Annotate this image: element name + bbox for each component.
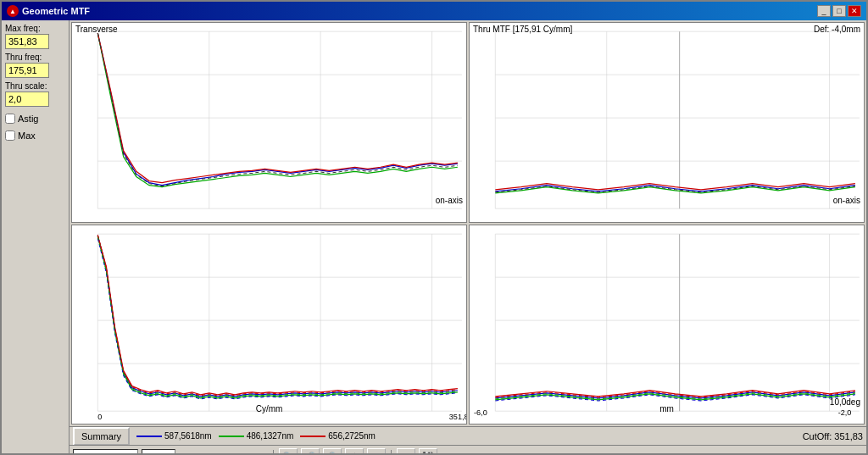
max-label: Max: [18, 130, 36, 141]
thru-freq-input[interactable]: [5, 63, 49, 78]
on-axis-label-right: on-axis: [833, 196, 860, 205]
print-button[interactable]: 🖨: [397, 448, 415, 454]
cutoff-label: CutOff: 351,83: [803, 431, 863, 441]
mm-label: mm: [659, 404, 674, 413]
select-button[interactable]: ↖: [367, 448, 386, 454]
transverse-label: Transverse: [75, 25, 118, 34]
window-title: Geometric MTF: [22, 6, 90, 16]
svg-text:-6,0: -6,0: [474, 408, 487, 417]
legend-item-3: 656,2725nm: [300, 431, 376, 441]
svg-text:351,83: 351,83: [449, 413, 466, 421]
chart-svg-bottom-left: 0 351,83: [72, 225, 466, 424]
chart-bottom-right: -6,0 -2,0 10,0deg mm: [469, 225, 865, 425]
legend-item-2: 486,1327nm: [219, 431, 294, 441]
chart-top-right: Thru MTF [175,91 Cy/mm] Def: -4,0mm: [469, 22, 865, 223]
export-button[interactable]: 💾: [419, 448, 437, 454]
chart-bottom-left: 0 351,83 Cy/mm: [71, 225, 467, 425]
title-bar: ▲ Geometric MTF _ □ ✕: [2, 2, 866, 20]
window-controls: _ □ ✕: [817, 5, 861, 17]
thru-mtf-label: Thru MTF [175,91 Cy/mm]: [473, 25, 572, 34]
chart-svg-bottom-right: -6,0 -2,0: [470, 225, 864, 424]
astig-label: Astig: [18, 114, 38, 124]
chart-top-left: Transverse: [71, 22, 467, 223]
charts-area: Transverse: [70, 20, 866, 426]
title-bar-left: ▲ Geometric MTF: [7, 5, 90, 17]
toolbar-sep-2: [391, 450, 392, 454]
chart-svg-top-right: [470, 23, 864, 222]
thru-scale-input[interactable]: [5, 92, 49, 107]
main-area: Transverse: [70, 20, 866, 453]
zoom-fit-button[interactable]: 🔍: [279, 448, 298, 454]
field-select[interactable]: 20: [142, 449, 175, 454]
pan-button[interactable]: ✥: [345, 448, 364, 454]
zoom-in-button[interactable]: +🔍: [301, 448, 320, 454]
astig-checkbox-row: Astig: [5, 114, 65, 124]
max-checkbox[interactable]: [5, 130, 15, 141]
toolbar-sep-1: [273, 450, 274, 454]
minimize-button[interactable]: _: [817, 5, 831, 17]
thru-scale-group: Thru scale:: [5, 81, 65, 107]
astig-checkbox[interactable]: [5, 114, 15, 124]
legend-wavelength-2: 486,1327nm: [247, 431, 294, 441]
chart-svg-top-left: [72, 23, 466, 222]
restore-button[interactable]: □: [832, 5, 846, 17]
legend-wavelength-3: 656,2725nm: [328, 431, 376, 441]
legend-line-2: [219, 436, 244, 437]
legend-item-1: 587,5618nm: [136, 431, 212, 441]
max-freq-input[interactable]: [5, 34, 49, 49]
on-axis-label: on-axis: [436, 196, 463, 205]
toolbar: All colours 20 Symb Diffr. Lim 🔍 +🔍 -🔍 ✥: [70, 445, 866, 453]
max-checkbox-row: Max: [5, 130, 65, 141]
legend-line-1: [136, 436, 162, 437]
colours-select[interactable]: All colours: [73, 449, 138, 454]
legend-bar: Summary 587,5618nm 486,1327nm 656,2725nm…: [70, 426, 866, 445]
svg-text:0: 0: [97, 413, 102, 421]
cy-mm-label: Cy/mm: [256, 404, 283, 413]
thru-freq-group: Thru freq:: [5, 53, 65, 78]
main-window: ▲ Geometric MTF _ □ ✕ Max freq: Thru fre…: [0, 0, 868, 455]
thru-scale-label: Thru scale:: [5, 81, 65, 91]
legend-wavelength-1: 587,5618nm: [164, 431, 212, 441]
zoom-out-button[interactable]: -🔍: [323, 448, 342, 454]
content-area: Max freq: Thru freq: Thru scale: Astig M…: [2, 20, 866, 453]
legend-line-3: [300, 436, 326, 437]
app-icon: ▲: [7, 5, 19, 17]
summary-button[interactable]: Summary: [73, 427, 130, 446]
max-freq-label: Max freq:: [5, 24, 65, 33]
left-panel: Max freq: Thru freq: Thru scale: Astig M…: [2, 20, 70, 453]
svg-text:-2,0: -2,0: [838, 408, 852, 417]
field-label: 10,0deg: [830, 397, 860, 407]
thru-freq-label: Thru freq:: [5, 53, 65, 62]
def-label: Def: -4,0mm: [814, 25, 860, 34]
close-button[interactable]: ✕: [848, 5, 861, 17]
max-freq-group: Max freq:: [5, 24, 65, 49]
